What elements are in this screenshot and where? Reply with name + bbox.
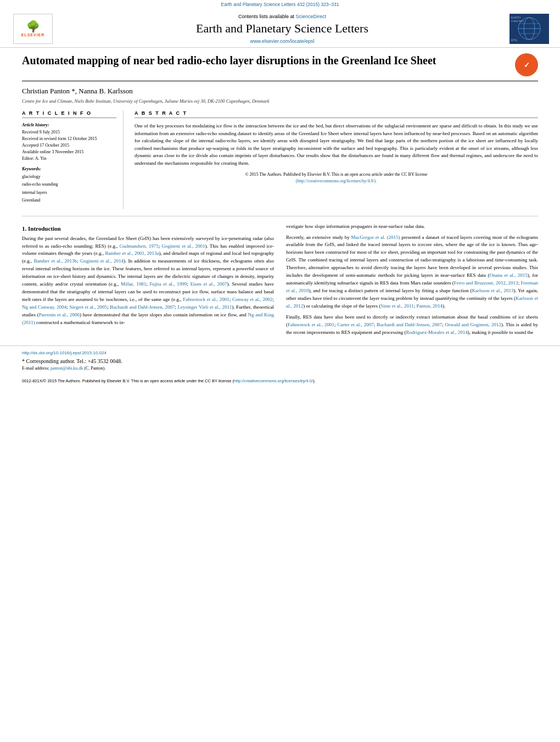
article-title-section: Automated mapping of near bed radio-echo… [22,53,538,81]
elsevier-tree-icon: 🌳 [26,21,40,32]
page: Earth and Planetary Science Letters 432 … [0,0,560,742]
elsevier-logo: 🌳 ELSEVIER [11,14,55,44]
elsevier-logo-box: 🌳 ELSEVIER [13,14,53,44]
crossmark-badge: ✓ [515,53,538,76]
earth-logo: EARTH PLANETARY EPSL [509,14,549,44]
editor-info: Editor: A. Yin [22,155,116,162]
ref-karlsson2013[interactable]: Karlsson et al., 2013 [472,288,513,293]
ref-leysinger[interactable]: Leysinger Vieli et al., 2011 [178,304,232,310]
ref-fahnestock2001[interactable]: Fahnestock et al., 2001 [183,297,229,302]
journal-header: 🌳 ELSEVIER Contents lists available at S… [0,9,560,48]
accepted-date: Accepted 17 October 2015 [22,142,116,149]
keywords-list: glaciology radio-echo sounding internal … [22,173,116,205]
ref-parrenin[interactable]: Parrenin et al., 2006 [39,312,80,317]
bottom-cc-link[interactable]: http://creativecommons.org/licenses/by/4… [234,378,313,383]
ref-rodriguez[interactable]: Rodriguez-Morales et al., 2014 [406,330,467,335]
journal-issue-info: Earth and Planetary Science Letters 432 … [0,0,560,9]
journal-header-center: Contents lists available at ScienceDirec… [55,13,509,44]
keyword-layers: internal layers [22,189,116,197]
journal-issue-text: Earth and Planetary Science Letters 432 … [221,2,339,7]
author-names: Christian Panton *, Nanna B. Karlsson [22,87,133,95]
ref-gogineni2014[interactable]: Gogineni et al., 2014 [80,258,124,264]
ref-fujita[interactable]: Fujita et al., 1999 [150,281,187,287]
keyword-glaciology: glaciology [22,173,116,181]
body-col1-para1: During the past several decades, the Gre… [22,235,274,327]
contents-text: Contents lists available at [238,14,294,19]
ref-oswald[interactable]: Oswald and Gogineni, 2012 [445,322,501,327]
footer-doi: http://dx.doi.org/10.1016/j.epsl.2015.10… [22,350,538,355]
body-right-column: vestigate how slope information propagat… [286,223,538,340]
ref-onana[interactable]: Onana et al., 2015 [489,272,527,278]
copyright-main: © 2015 The Authors. Published by Elsevie… [245,172,427,177]
contents-line: Contents lists available at ScienceDirec… [55,13,509,19]
ref-ng-conway[interactable]: Ng and Conway, 2004 [22,304,66,310]
svg-text:PLANETARY: PLANETARY [511,20,524,23]
cc-license-link[interactable]: (http://creativecommons.org/licenses/by/… [296,178,377,183]
ref-bamber2013b[interactable]: Bamber et al., 2013b [34,258,77,264]
ref-siegert[interactable]: Siegert et al., 2005 [69,304,107,310]
footnote-email-link[interactable]: panton@nbi.ku.dk [51,366,83,371]
doi-link[interactable]: http://dx.doi.org/10.1016/j.epsl.2015.10… [22,350,107,355]
available-date: Available online 3 November 2015 [22,149,116,155]
received-date: Received 9 July 2015 [22,129,116,136]
article-history-group: Article history: Received 9 July 2015 Re… [22,122,116,162]
body-col2-para1: vestigate how slope information propagat… [286,223,538,231]
ref-gogineni2001[interactable]: Gogineni et al., 2001 [162,243,205,249]
ref-millar[interactable]: Millar, 1981 [121,281,146,287]
earth-logo-svg: EARTH PLANETARY EPSL [509,14,549,44]
section-divider [22,216,538,216]
ref-panton[interactable]: Panton, 2014 [416,303,443,309]
footer: http://dx.doi.org/10.1016/j.epsl.2015.10… [0,345,560,376]
abstract-text: One of the key processes for modulating … [135,122,538,167]
keyword-res: radio-echo sounding [22,181,116,188]
svg-text:EPSL: EPSL [511,39,518,42]
authors: Christian Panton *, Nanna B. Karlsson [22,87,538,96]
article-content: Automated mapping of near bed radio-echo… [0,48,560,345]
ref-eisen[interactable]: Eisen et al., 2007 [191,281,227,287]
abstract-label: A B S T R A C T [135,110,538,118]
revised-date: Received in revised form 12 October 2015 [22,136,116,142]
ref-carter[interactable]: Carter et al., 2007 [337,322,373,327]
ref-buchardt[interactable]: Buchardt and Dahl-Jensen, 2007 [110,304,175,310]
article-title: Automated mapping of near bed radio-echo… [22,53,515,68]
footnote-email-suffix: (C. Panton). [84,366,105,371]
ref-buchardt2007[interactable]: Buchardt and Dahl-Jensen, 2007 [377,322,442,327]
body-left-column: 1. Introduction During the past several … [22,223,274,340]
ref-ferro[interactable]: Ferro and Bruzzone, 2012, 2013 [454,280,518,286]
keywords-label: Keywords: [22,166,116,171]
copyright-text: © 2015 The Authors. Published by Elsevie… [135,171,538,185]
bottom-bar: 0012-821X/© 2015 The Authors. Published … [0,376,560,386]
bottom-issn: 0012-821X/© 2015 The Authors. Published … [22,378,234,383]
abstract-column: A B S T R A C T One of the key processes… [135,110,538,209]
history-label: Article history: [22,122,116,127]
journal-name: Earth and Planetary Science Letters [55,21,509,36]
crossmark-icon: ✓ [524,61,530,69]
affiliation: Centre for Ice and Climate, Niels Bohr I… [22,98,538,104]
ref-macgregor[interactable]: MacGregor et al. (2015) [351,235,400,240]
ref-gudmandsen[interactable]: Gudmandsen, 1975 [120,243,159,249]
elsevier-label: ELSEVIER [21,33,45,37]
article-info-abstract: A R T I C L E I N F O Article history: R… [22,110,538,209]
journal-url-link[interactable]: www.elsevier.com/locate/epsl [250,38,314,44]
sciencedirect-link[interactable]: ScienceDirect [296,14,327,19]
ref-conway[interactable]: Conway et al., 2002 [232,297,273,302]
footnote: * Corresponding author. Tel.: +45 3532 0… [22,357,538,372]
ref-bamber2001[interactable]: Bamber et al., 2001, 2013a [105,250,159,256]
ref-sime[interactable]: Sime et al., 2011 [380,303,413,309]
body-col2-para3: Finally, RES data have also been used to… [286,314,538,337]
footnote-email-label: E-mail address: [22,366,49,371]
body-col2-para2: Recently, an extensive study by MacGrego… [286,234,538,310]
body-columns: 1. Introduction During the past several … [22,223,538,340]
article-info-column: A R T I C L E I N F O Article history: R… [22,110,124,209]
bottom-end: ). [313,378,316,383]
article-info-label: A R T I C L E I N F O [22,110,116,118]
svg-text:EARTH: EARTH [511,16,520,19]
footnote-star: * Corresponding author. Tel.: +45 3532 0… [22,358,122,364]
ref-fahnestock-basal[interactable]: Fahnestock et al., 2001 [288,322,334,327]
keyword-greenland: Greenland [22,197,116,204]
section1-heading: 1. Introduction [22,225,274,232]
keywords-group: Keywords: glaciology radio-echo sounding… [22,166,116,205]
